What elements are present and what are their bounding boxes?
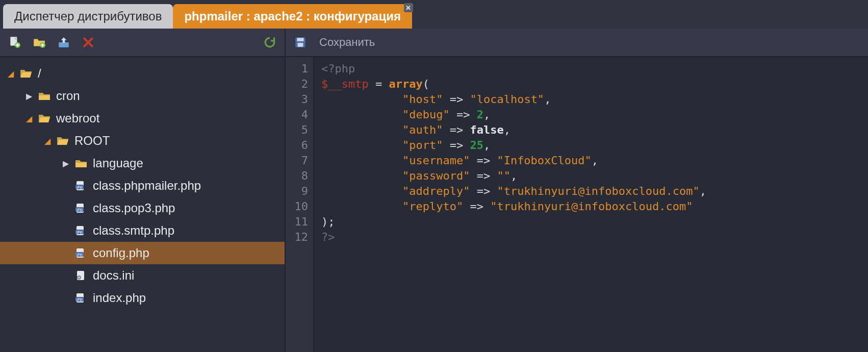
tree-item-class-smtp[interactable]: php class.smtp.php [0, 219, 285, 242]
svg-rect-24 [298, 43, 303, 47]
tree-item-label: index.php [93, 291, 146, 305]
tree-item-root-folder[interactable]: ROOT [0, 130, 285, 152]
tab-label: phpmailer : apache2 : конфигурация [184, 9, 401, 23]
svg-rect-3 [59, 42, 69, 47]
tab-label: Диспетчер дистрибутивов [14, 9, 162, 23]
tab-dispatcher[interactable]: Диспетчер дистрибутивов [3, 4, 173, 29]
svg-text:php: php [76, 230, 83, 234]
new-folder-icon[interactable] [32, 35, 47, 50]
twisty-icon[interactable] [62, 159, 69, 168]
tree-item-label: ROOT [74, 134, 110, 148]
delete-icon[interactable] [81, 35, 96, 50]
file-tree: / cron webroot ROOT language [0, 57, 285, 352]
upload-icon[interactable] [56, 35, 71, 50]
tree-item-label: class.smtp.php [93, 223, 174, 238]
tree-item-docs-ini[interactable]: docs.ini [0, 264, 285, 287]
main-split: / cron webroot ROOT language [0, 29, 868, 352]
line-gutter: 123456789101112 [286, 57, 314, 352]
new-file-icon[interactable] [7, 35, 22, 50]
tree-item-label: / [38, 66, 41, 81]
refresh-icon[interactable] [262, 35, 277, 50]
tree-item-language[interactable]: language [0, 152, 285, 174]
folder-icon [38, 90, 51, 102]
tree-item-label: config.php [93, 246, 149, 260]
svg-point-18 [79, 277, 80, 279]
tab-phpmailer-config[interactable]: phpmailer : apache2 : конфигурация ✕ [173, 4, 412, 29]
tree-item-config-php[interactable]: php config.php [0, 242, 285, 264]
twisty-icon[interactable] [44, 136, 51, 146]
svg-text:php: php [76, 208, 83, 212]
folder-icon [74, 158, 88, 169]
sidebar: / cron webroot ROOT language [0, 29, 286, 352]
tree-item-class-phpmailer[interactable]: php class.phpmailer.php [0, 174, 285, 197]
tree-item-label: cron [56, 89, 80, 103]
php-file-icon: php [74, 225, 88, 236]
folder-open-icon [38, 113, 51, 124]
save-icon[interactable] [293, 35, 308, 50]
editor-panel: Сохранить 123456789101112 <?php $__smtp … [286, 29, 868, 352]
svg-rect-23 [297, 38, 304, 41]
code-editor[interactable]: 123456789101112 <?php $__smtp = array( "… [286, 57, 868, 352]
tree-item-label: class.pop3.php [93, 201, 175, 215]
tree-item-label: docs.ini [93, 268, 134, 283]
twisty-icon[interactable] [25, 91, 33, 101]
tree-item-root[interactable]: / [0, 62, 285, 85]
code-content[interactable]: <?php $__smtp = array( "host" => "localh… [314, 57, 868, 352]
svg-text:php: php [76, 185, 83, 189]
svg-text:php: php [76, 253, 83, 257]
php-file-icon: php [74, 292, 88, 304]
twisty-icon[interactable] [25, 114, 33, 123]
editor-toolbar: Сохранить [286, 29, 868, 57]
twisty-icon[interactable] [7, 69, 14, 79]
tree-item-label: webroot [56, 111, 99, 125]
php-file-icon: php [74, 247, 88, 259]
tree-item-label: language [93, 156, 143, 170]
svg-text:php: php [76, 297, 83, 301]
php-file-icon: php [74, 203, 88, 214]
ini-file-icon [74, 270, 88, 281]
close-icon[interactable]: ✕ [404, 3, 413, 12]
tree-item-cron[interactable]: cron [0, 85, 285, 107]
tree-item-index-php[interactable]: php index.php [0, 287, 285, 309]
folder-open-icon [19, 68, 33, 79]
tree-item-label: class.phpmailer.php [93, 179, 201, 193]
folder-open-icon [56, 135, 69, 146]
php-file-icon: php [74, 180, 88, 191]
tabs-bar: Диспетчер дистрибутивов phpmailer : apac… [0, 0, 868, 29]
save-button-label[interactable]: Сохранить [319, 36, 375, 49]
tree-item-webroot[interactable]: webroot [0, 107, 285, 130]
sidebar-toolbar [0, 29, 285, 57]
tree-item-class-pop3[interactable]: php class.pop3.php [0, 197, 285, 219]
